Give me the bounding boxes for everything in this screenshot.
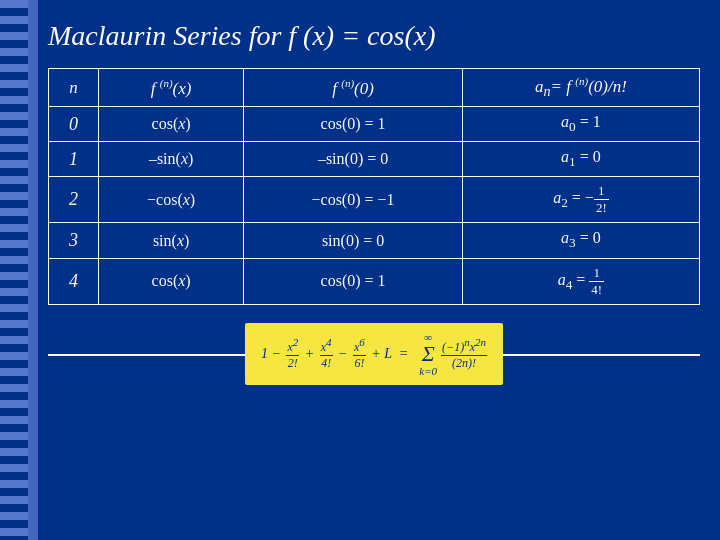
formula-frac-x6: x6 6! [353,336,366,371]
col-header-n: n [49,69,99,107]
cell-f0: −cos(0) = −1 [244,177,463,223]
cell-n: 2 [49,177,99,223]
main-content: Maclaurin Series for f (x) = cos(x) n f … [48,20,700,520]
table-row: 2 −cos(x) −cos(0) = −1 a2 = −12! [49,177,700,223]
cell-n: 4 [49,258,99,304]
formula-row: 1 − x2 2! + x4 4! − x6 6! [48,323,700,385]
cell-fx: –sin(x) [99,142,244,177]
page-title: Maclaurin Series for f (x) = cos(x) [48,20,700,52]
formula-sigma: Σ [422,343,435,365]
formula-ellipsis: + L = [368,346,415,362]
cell-fx: cos(x) [99,107,244,142]
formula-sum-lower: k=0 [419,365,437,377]
formula-frac-x2: x2 2! [286,336,299,371]
formula-box: 1 − x2 2! + x4 4! − x6 6! [245,323,503,385]
formula-sum-notation: ∞ Σ k=0 [419,331,437,377]
cell-f0: –sin(0) = 0 [244,142,463,177]
cell-f0: cos(0) = 1 [244,107,463,142]
table-row: 3 sin(x) sin(0) = 0 a3 = 0 [49,223,700,258]
formula-frac-x4: x4 4! [320,336,333,371]
cell-n: 1 [49,142,99,177]
table-row: 0 cos(x) cos(0) = 1 a0 = 1 [49,107,700,142]
formula-content: 1 − x2 2! + x4 4! − x6 6! [261,331,487,377]
cell-n: 3 [49,223,99,258]
maclaurin-table: n f (n)(x) f (n)(0) an= f (n)(0)/n! 0 co… [48,68,700,305]
col-header-f0: f (n)(0) [244,69,463,107]
col-header-fx: f (n)(x) [99,69,244,107]
cell-f0: sin(0) = 0 [244,223,463,258]
cell-an: a3 = 0 [462,223,699,258]
blue-accent-bar [28,0,38,540]
table-row: 4 cos(x) cos(0) = 1 a4 = 14! [49,258,700,304]
cell-an: a0 = 1 [462,107,699,142]
formula-minus: − [335,346,351,362]
cell-an: a2 = −12! [462,177,699,223]
col-header-an: an= f (n)(0)/n! [462,69,699,107]
formula-left-start: 1 − [261,346,284,362]
formula-box-wrapper: 1 − x2 2! + x4 4! − x6 6! [245,323,503,385]
formula-plus: + [301,346,317,362]
cell-n: 0 [49,107,99,142]
formula-main-frac: (−1)nx2n (2n)! [441,336,487,371]
cell-f0: cos(0) = 1 [244,258,463,304]
table-row: 1 –sin(x) –sin(0) = 0 a1 = 0 [49,142,700,177]
cell-an: a1 = 0 [462,142,699,177]
cell-fx: −cos(x) [99,177,244,223]
decorative-bar [0,0,28,540]
cell-an: a4 = 14! [462,258,699,304]
cell-fx: sin(x) [99,223,244,258]
cell-fx: cos(x) [99,258,244,304]
